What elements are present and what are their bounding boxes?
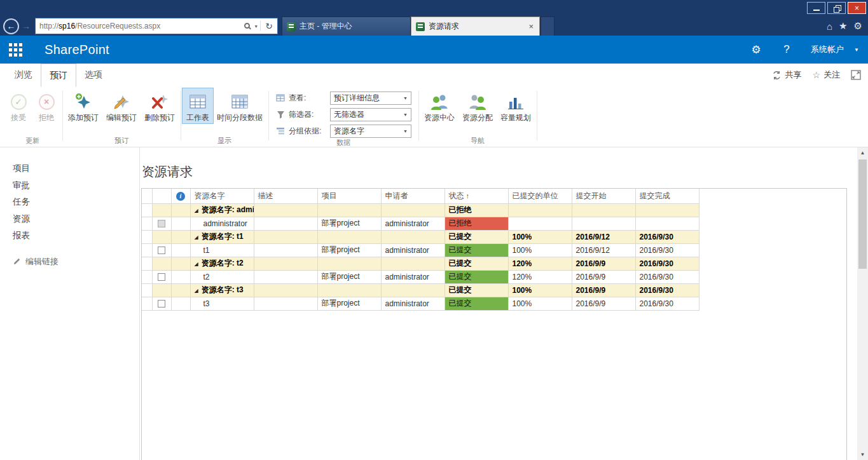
ribbon-tab-browse[interactable]: 浏览 (6, 64, 41, 86)
info-cell[interactable] (171, 270, 190, 283)
units-cell[interactable]: 100% (508, 283, 572, 297)
units-cell[interactable]: 120% (508, 257, 572, 270)
project-cell[interactable]: 部署project (317, 270, 381, 283)
browser-tab-resource-requests[interactable]: 资源请求 × (411, 17, 540, 36)
finish-cell[interactable] (635, 217, 699, 230)
home-icon[interactable]: ⌂ (827, 21, 832, 32)
url-text[interactable]: http://sp16/ResourceRequests.aspx (36, 22, 242, 30)
ribbon-tab-options[interactable]: 选项 (76, 64, 111, 86)
sharepoint-brand[interactable]: SharePoint (45, 43, 109, 57)
units-cell[interactable] (508, 217, 572, 230)
requester-cell[interactable]: administrator (381, 297, 444, 310)
requester-cell[interactable] (381, 203, 444, 217)
search-icon[interactable] (244, 23, 250, 29)
start-cell[interactable]: 2016/9/12 (572, 243, 635, 257)
checkbox-cell[interactable] (152, 297, 171, 310)
requester-cell[interactable]: administrator (381, 217, 444, 230)
ribbon-tab-booking[interactable]: 预订 (41, 64, 76, 87)
edit-booking-button[interactable]: 编辑预订 (102, 88, 141, 123)
info-cell[interactable] (171, 217, 190, 230)
info-cell[interactable] (171, 203, 190, 217)
project-cell[interactable] (317, 203, 381, 217)
back-button[interactable]: ← (3, 18, 19, 34)
row-checkbox[interactable] (158, 300, 165, 308)
info-cell[interactable] (171, 257, 190, 270)
status-cell[interactable]: 已拒绝 (444, 203, 508, 217)
refresh-icon[interactable]: ↻ (261, 21, 277, 31)
accept-button[interactable]: ✓ 接受 (4, 88, 32, 123)
units-cell[interactable] (508, 203, 572, 217)
name-cell[interactable]: t3 (190, 297, 254, 310)
timephased-data-button[interactable]: 时间分段数据 (213, 88, 266, 123)
address-bar[interactable]: http://sp16/ResourceRequests.aspx ▼ ↻ (35, 18, 278, 34)
scrollbar-track[interactable] (857, 158, 868, 449)
sheet-view-button[interactable]: 工作表 (183, 88, 213, 123)
status-cell[interactable]: 已拒绝 (444, 217, 508, 230)
account-menu[interactable]: 系统帐户 ▼ (802, 44, 868, 55)
units-cell[interactable]: 100% (508, 297, 572, 310)
reject-button[interactable]: × 拒绝 (32, 88, 60, 123)
finish-cell[interactable]: 2016/9/30 (635, 270, 699, 283)
new-tab-button[interactable] (541, 17, 555, 36)
status-cell[interactable]: 已提交 (444, 243, 508, 257)
address-dropdown-icon[interactable]: ▼ (252, 24, 260, 29)
finish-cell[interactable]: 2016/9/30 (635, 243, 699, 257)
status-cell[interactable]: 已提交 (444, 230, 508, 243)
group-header-row[interactable]: ◢资源名字: administrator已拒绝 (142, 203, 699, 217)
status-cell[interactable]: 已提交 (444, 270, 508, 283)
tab-close-icon[interactable]: × (527, 22, 535, 31)
description-cell[interactable] (254, 203, 317, 217)
description-cell[interactable] (254, 243, 317, 257)
row-gutter[interactable] (142, 217, 152, 230)
scroll-up-button[interactable]: ▲ (857, 147, 868, 158)
resource-assignments-button[interactable]: 资源分配 (458, 88, 497, 123)
start-cell[interactable]: 2016/9/9 (572, 297, 635, 310)
finish-cell[interactable]: 2016/9/30 (635, 297, 699, 310)
start-cell[interactable]: 2016/9/12 (572, 230, 635, 243)
checkbox-cell[interactable] (152, 230, 171, 243)
description-cell[interactable] (254, 257, 317, 270)
resource-center-button[interactable]: 资源中心 (420, 88, 458, 123)
start-cell[interactable]: 2016/9/9 (572, 270, 635, 283)
description-cell[interactable] (254, 283, 317, 297)
name-cell[interactable]: t2 (190, 270, 254, 283)
header-commit-start[interactable]: 提交开始 (572, 189, 635, 203)
row-checkbox[interactable] (158, 220, 165, 227)
booking-row[interactable]: t2部署projectadministrator已提交120%2016/9/92… (142, 270, 699, 283)
project-cell[interactable] (317, 230, 381, 243)
project-cell[interactable] (317, 257, 381, 270)
header-project[interactable]: 项目 (317, 189, 381, 203)
restore-button[interactable] (827, 2, 846, 14)
app-launcher-button[interactable] (0, 36, 31, 64)
finish-cell[interactable]: 2016/9/30 (635, 283, 699, 297)
row-gutter[interactable] (142, 270, 152, 283)
header-requester[interactable]: 申请者 (381, 189, 444, 203)
finish-cell[interactable] (635, 203, 699, 217)
browser-tab-central-admin[interactable]: 主页 - 管理中心 (282, 17, 411, 36)
project-cell[interactable]: 部署project (317, 297, 381, 310)
name-cell[interactable]: administrator (190, 217, 254, 230)
info-cell[interactable] (171, 297, 190, 310)
requester-cell[interactable]: administrator (381, 270, 444, 283)
header-status[interactable]: 状态↑ (444, 189, 508, 203)
description-cell[interactable] (254, 230, 317, 243)
favorites-star-icon[interactable]: ★ (839, 20, 847, 32)
status-cell[interactable]: 已提交 (444, 257, 508, 270)
browser-tools-gear-icon[interactable]: ⚙ (854, 20, 862, 32)
group-header-row[interactable]: ◢资源名字: t2已提交120%2016/9/92016/9/30 (142, 257, 699, 270)
group-by-dropdown[interactable]: 资源名字 ▼ (330, 125, 411, 138)
booking-row[interactable]: administrator部署projectadministrator已拒绝 (142, 217, 699, 230)
row-gutter[interactable] (142, 297, 152, 310)
row-checkbox[interactable] (158, 247, 165, 254)
name-cell[interactable]: ◢资源名字: t2 (190, 257, 254, 270)
finish-cell[interactable]: 2016/9/30 (635, 230, 699, 243)
name-cell[interactable]: ◢资源名字: t3 (190, 283, 254, 297)
info-cell[interactable] (171, 230, 190, 243)
delete-booking-button[interactable]: 删除预订 (141, 88, 179, 123)
description-cell[interactable] (254, 297, 317, 310)
share-button[interactable]: 共享 (772, 69, 801, 81)
name-cell[interactable]: ◢资源名字: administrator (190, 203, 254, 217)
checkbox-cell[interactable] (152, 203, 171, 217)
header-committed-units[interactable]: 已提交的单位 (508, 189, 572, 203)
start-cell[interactable] (572, 203, 635, 217)
